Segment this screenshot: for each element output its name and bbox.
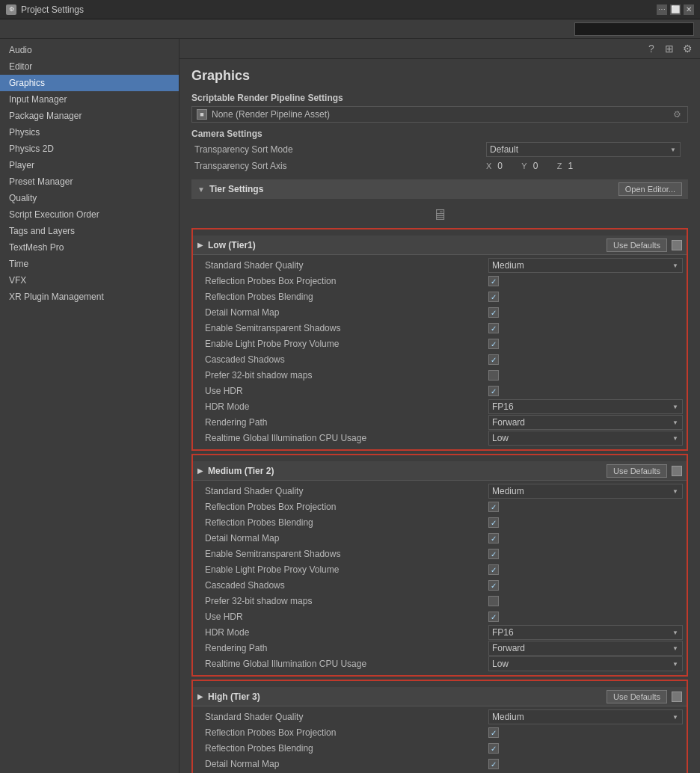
tier1-dnm-checkbox[interactable]: [488, 307, 499, 318]
tier1-elppv-label: Enable Light Probe Proxy Volume: [205, 339, 488, 349]
app-icon: ⚙: [6, 4, 16, 15]
render-pipeline-asset-row: ■ None (Render Pipeline Asset) ⚙: [191, 106, 688, 123]
tier2-dnm-value: [488, 533, 687, 543]
tier2-dnm-label: Detail Normal Map: [205, 533, 488, 543]
sidebar-item-input-manager[interactable]: Input Manager: [0, 91, 179, 108]
tier2-rgi-row: Realtime Global Illumination CPU Usage L…: [193, 656, 687, 671]
tier2-use-defaults-checkbox[interactable]: [672, 466, 682, 476]
transparency-sort-mode-dropdown[interactable]: Default: [486, 142, 681, 157]
tier1-elppv-checkbox[interactable]: [488, 339, 499, 349]
title-bar: ⚙ Project Settings ⋯ ⬜ ✕: [0, 0, 700, 19]
sidebar-item-vfx[interactable]: VFX: [0, 272, 179, 289]
tier3-toggle[interactable]: ▶: [197, 692, 203, 700]
y-label: Y: [521, 161, 526, 170]
tier1-rp-label: Rendering Path: [205, 417, 488, 428]
tier1-rp-wrapper: Forward: [488, 415, 683, 430]
sidebar-item-textmesh-pro[interactable]: TextMesh Pro: [0, 239, 179, 256]
tier2-hdrmode-row: HDR Mode FP16: [193, 625, 687, 640]
sidebar-item-editor[interactable]: Editor: [0, 58, 179, 75]
tier3-use-defaults-btn[interactable]: Use Defaults: [607, 690, 667, 703]
sidebar-item-player[interactable]: Player: [0, 157, 179, 173]
sidebar-item-package-manager[interactable]: Package Manager: [0, 108, 179, 124]
search-input[interactable]: [574, 22, 694, 36]
tier1-rpbp-row: Reflection Probes Box Projection: [193, 274, 687, 289]
page-title: Graphics: [191, 68, 688, 84]
sidebar-item-preset-manager[interactable]: Preset Manager: [0, 173, 179, 190]
scriptable-render-section-label: Scriptable Render Pipeline Settings: [191, 93, 688, 103]
tier2-rgi-dropdown[interactable]: Low: [488, 656, 683, 671]
tier2-p32-checkbox[interactable]: [488, 596, 499, 606]
tier1-shader-dropdown[interactable]: Medium: [488, 258, 683, 273]
tier2-hdr-checkbox[interactable]: [488, 612, 499, 622]
sidebar-item-physics2d[interactable]: Physics 2D: [0, 141, 179, 157]
tier3-use-defaults-checkbox[interactable]: [672, 692, 682, 702]
tier1-block: ▶ Low (Tier1) Use Defaults Standard Shad…: [191, 228, 688, 451]
tier3-dnm-value: [488, 759, 687, 769]
restore-btn[interactable]: ⬜: [670, 4, 681, 15]
tier1-rgi-wrapper: Low: [488, 431, 683, 446]
tier2-rpb-checkbox[interactable]: [488, 517, 499, 528]
tier3-rpbp-checkbox[interactable]: [488, 727, 499, 738]
tier1-rpb-checkbox[interactable]: [488, 292, 499, 302]
asset-gear-btn[interactable]: ⚙: [671, 108, 683, 120]
tier1-hdr-row: Use HDR: [193, 384, 687, 398]
tier1-rgi-label: Realtime Global Illumination CPU Usage: [205, 433, 488, 443]
tier2-dnm-checkbox[interactable]: [488, 533, 499, 543]
camera-settings-label: Camera Settings: [191, 129, 688, 139]
tier3-shader-dropdown[interactable]: Medium: [488, 709, 683, 724]
y-val: 0: [533, 161, 551, 171]
tier3-rpbp-row: Reflection Probes Box Projection: [193, 725, 687, 740]
tier2-ests-checkbox[interactable]: [488, 549, 499, 559]
tier2-cs-checkbox[interactable]: [488, 580, 499, 591]
tier1-cs-checkbox[interactable]: [488, 354, 499, 365]
sidebar-item-tags-and-layers[interactable]: Tags and Layers: [0, 223, 179, 239]
z-val: 1: [568, 161, 586, 171]
tier3-rpb-checkbox[interactable]: [488, 743, 499, 754]
help-icon-btn[interactable]: ?: [645, 42, 658, 55]
tier1-hdrmode-dropdown[interactable]: FP16: [488, 399, 683, 414]
tier1-hdr-checkbox[interactable]: [488, 386, 499, 396]
tier3-dnm-label: Detail Normal Map: [205, 759, 488, 769]
sidebar-item-xr-plugin-management[interactable]: XR Plugin Management: [0, 289, 179, 305]
tier1-p32-checkbox[interactable]: [488, 370, 499, 381]
tier1-hdr-value: [488, 386, 687, 396]
tier1-use-defaults-btn[interactable]: Use Defaults: [607, 238, 667, 252]
z-label: Z: [557, 161, 562, 170]
tier2-cs-value: [488, 580, 687, 591]
tier3-rpbp-label: Reflection Probes Box Projection: [205, 727, 488, 738]
tier2-header: ▶ Medium (Tier 2) Use Defaults: [193, 461, 687, 481]
tier2-rpbp-checkbox[interactable]: [488, 502, 499, 512]
sidebar-item-graphics[interactable]: Graphics: [0, 75, 179, 91]
tier1-rpbp-label: Reflection Probes Box Projection: [205, 276, 488, 286]
tier2-rp-dropdown[interactable]: Forward: [488, 641, 683, 656]
sidebar-item-audio[interactable]: Audio: [0, 42, 179, 58]
tier2-hdrmode-label: HDR Mode: [205, 627, 488, 638]
tier1-rp-dropdown[interactable]: Forward: [488, 415, 683, 430]
tier1-rpbp-checkbox[interactable]: [488, 276, 499, 286]
tier1-use-defaults-checkbox[interactable]: [672, 240, 682, 250]
sidebar-item-script-execution-order[interactable]: Script Execution Order: [0, 206, 179, 223]
tier2-shader-dropdown[interactable]: Medium: [488, 484, 683, 499]
tier2-elppv-checkbox[interactable]: [488, 564, 499, 575]
close-btn[interactable]: ✕: [684, 4, 694, 15]
tier1-rpb-label: Reflection Probes Blending: [205, 292, 488, 302]
tier1-standard-shader-label: Standard Shader Quality: [205, 260, 488, 271]
tier-settings-triangle: ▼: [197, 185, 205, 194]
tier3-dnm-checkbox[interactable]: [488, 759, 499, 769]
tier2-rpb-label: Reflection Probes Blending: [205, 517, 488, 528]
asset-name: None (Render Pipeline Asset): [212, 109, 666, 120]
open-editor-btn[interactable]: Open Editor...: [618, 182, 682, 196]
layout-icon-btn[interactable]: ⊞: [663, 42, 676, 55]
tier1-toggle[interactable]: ▶: [197, 241, 203, 249]
sidebar-item-quality[interactable]: Quality: [0, 190, 179, 206]
settings-icon-btn[interactable]: ⚙: [681, 42, 694, 55]
tier1-cs-row: Cascaded Shadows: [193, 352, 687, 367]
tier2-use-defaults-btn[interactable]: Use Defaults: [607, 464, 667, 478]
tier2-toggle[interactable]: ▶: [197, 466, 203, 475]
more-options-btn[interactable]: ⋯: [657, 4, 667, 15]
tier1-ests-checkbox[interactable]: [488, 323, 499, 333]
tier2-hdrmode-dropdown[interactable]: FP16: [488, 625, 683, 640]
tier1-rgi-dropdown[interactable]: Low: [488, 431, 683, 446]
sidebar-item-physics[interactable]: Physics: [0, 124, 179, 141]
sidebar-item-time[interactable]: Time: [0, 256, 179, 272]
